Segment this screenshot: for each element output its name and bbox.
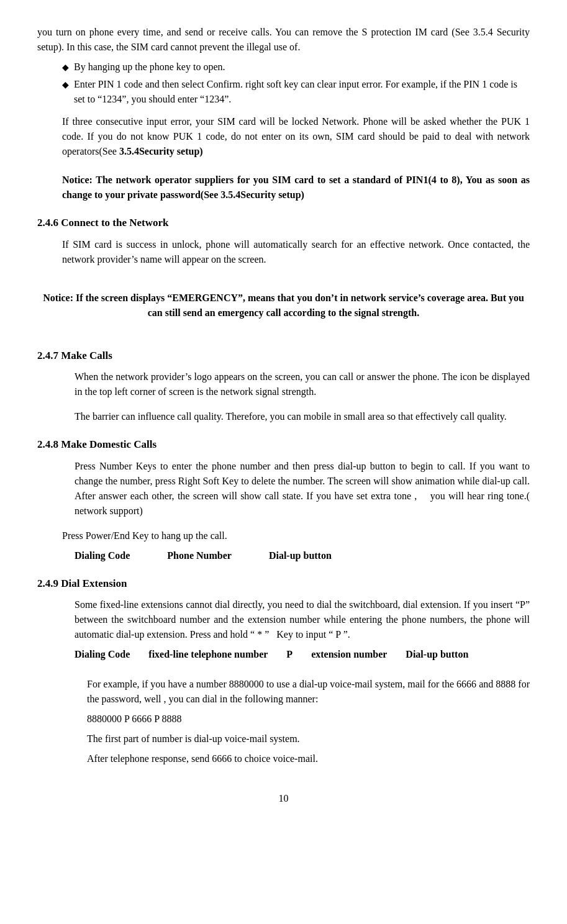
dialup-button-label: Dial-up button bbox=[269, 548, 332, 563]
example-block: For example, if you have a number 888000… bbox=[87, 677, 530, 766]
section-248-paragraph-1: Press Number Keys to enter the phone num… bbox=[75, 459, 530, 519]
example-number: 8880000 P 6666 P 8888 bbox=[87, 712, 530, 727]
pin-lock-paragraph: If three consecutive input error, your S… bbox=[62, 114, 530, 159]
example-line-2: After telephone response, send 6666 to c… bbox=[87, 751, 530, 766]
notice-1-paragraph: Notice: The network operator suppliers f… bbox=[62, 173, 530, 202]
section-247-paragraph-2: The barrier can influence call quality. … bbox=[75, 409, 530, 424]
section-248-title: 2.4.8 Make Domestic Calls bbox=[37, 437, 530, 453]
example-intro: For example, if you have a number 888000… bbox=[87, 677, 530, 707]
page-number: 10 bbox=[37, 791, 530, 806]
section-249-title: 2.4.9 Dial Extension bbox=[37, 576, 530, 592]
dialing-code-label: Dialing Code bbox=[75, 548, 130, 563]
intro-paragraph: you turn on phone every time, and send o… bbox=[37, 25, 530, 55]
p-label: P bbox=[286, 647, 293, 662]
fixedline-label: fixed-line telephone number bbox=[148, 647, 268, 662]
bullet-diamond-icon: ◆ bbox=[62, 61, 69, 74]
extension-label: extension number bbox=[311, 647, 387, 662]
dialing-code-line-2: Dialing Code fixed-line telephone number… bbox=[75, 647, 530, 662]
notice-2-paragraph: Notice: If the screen displays “EMERGENC… bbox=[37, 291, 530, 320]
section-246-title: 2.4.6 Connect to the Network bbox=[37, 215, 530, 231]
phone-number-label: Phone Number bbox=[167, 548, 232, 563]
dialing-code-line: Dialing Code Phone Number Dial-up button bbox=[75, 548, 530, 563]
example-line-1: The first part of number is dial-up voic… bbox=[87, 732, 530, 746]
bullet-diamond-icon-2: ◆ bbox=[62, 78, 69, 91]
dialup2-label: Dial-up button bbox=[406, 647, 468, 662]
section-247-title: 2.4.7 Make Calls bbox=[37, 348, 530, 364]
dialing-code-2-label: Dialing Code bbox=[75, 647, 130, 662]
section-248-paragraph-2: Press Power/End Key to hang up the call. bbox=[62, 528, 530, 543]
section-246-paragraph: If SIM card is success in unlock, phone … bbox=[62, 237, 530, 267]
bullet-item-2: ◆ Enter PIN 1 code and then select Confi… bbox=[62, 77, 530, 107]
section-247-paragraph-1: When the network provider’s logo appears… bbox=[75, 369, 530, 399]
section-249-paragraph-1: Some fixed-line extensions cannot dial d… bbox=[75, 597, 530, 642]
bullet-item-1: ◆ By hanging up the phone key to open. bbox=[62, 60, 530, 75]
page-content: you turn on phone every time, and send o… bbox=[37, 25, 530, 806]
